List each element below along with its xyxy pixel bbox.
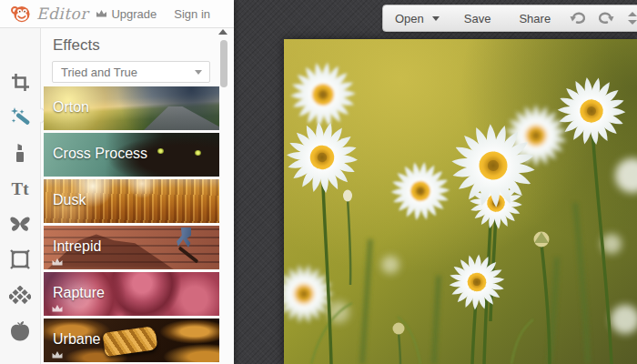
effect-label: Cross Process xyxy=(53,146,147,162)
upgrade-label: Upgrade xyxy=(111,7,157,21)
scroll-up-arrow[interactable] xyxy=(218,29,228,35)
thumb-art xyxy=(102,327,157,358)
canvas-toolbar: Open Save Share xyxy=(382,5,637,32)
crown-icon xyxy=(96,9,107,18)
sidebar-item-frames[interactable] xyxy=(9,249,31,269)
sidebar-item-touchup[interactable] xyxy=(9,143,31,163)
effects-category-dropdown[interactable]: Tried and True xyxy=(52,61,210,83)
daisy-photo-illustration xyxy=(284,39,637,364)
sidebar-item-crop[interactable] xyxy=(9,72,31,92)
effects-panel: Effects Tried and True Orton Cross Proce… xyxy=(42,28,234,364)
sidebar-item-text[interactable]: Tt xyxy=(9,178,31,198)
effect-item-intrepid[interactable]: Intrepid xyxy=(44,226,219,269)
effect-label: Intrepid xyxy=(53,238,101,255)
sidebar-item-effects[interactable] xyxy=(9,107,31,127)
app-logo[interactable]: Editor xyxy=(10,4,88,25)
effect-label: Rapture xyxy=(53,285,105,301)
effect-item-rapture[interactable]: Rapture xyxy=(44,272,219,316)
redo-icon[interactable] xyxy=(597,11,615,25)
thumb-art xyxy=(195,150,201,156)
effect-item-orton[interactable]: Orton xyxy=(44,86,219,130)
premium-crown-icon xyxy=(51,258,64,267)
brand-title: Editor xyxy=(36,5,88,23)
sidebar-item-textures[interactable] xyxy=(9,285,31,305)
undo-icon[interactable] xyxy=(569,11,587,25)
dropdown-value: Tried and True xyxy=(61,66,195,79)
apple-icon xyxy=(10,320,30,341)
open-button[interactable]: Open xyxy=(395,12,424,25)
tool-sidebar: Tt xyxy=(0,28,41,364)
crop-icon xyxy=(11,73,30,92)
text-icon: Tt xyxy=(12,180,29,197)
lattice-icon xyxy=(9,286,31,304)
collapse-icon[interactable] xyxy=(625,11,637,25)
premium-crown-icon xyxy=(51,304,64,313)
premium-crown-icon xyxy=(51,350,64,359)
sidebar-item-overlays[interactable] xyxy=(9,214,31,234)
save-button[interactable]: Save xyxy=(464,12,491,25)
lipstick-icon xyxy=(15,143,25,163)
thumb-art xyxy=(157,148,164,154)
upgrade-button[interactable]: Upgrade xyxy=(96,7,157,21)
sidebar-item-themes[interactable] xyxy=(9,320,31,340)
monkey-icon xyxy=(10,4,31,25)
signin-button[interactable]: Sign in xyxy=(174,7,210,21)
effect-label: Urbane xyxy=(53,331,100,348)
frame-icon xyxy=(10,249,30,269)
editing-canvas-photo[interactable] xyxy=(284,39,637,364)
effect-item-dusk[interactable]: Dusk xyxy=(44,179,219,223)
effect-item-urbane[interactable]: Urbane xyxy=(44,318,219,362)
magic-wand-icon xyxy=(9,106,31,128)
panel-scrollbar[interactable] xyxy=(220,40,228,87)
dropdown-caret-icon xyxy=(195,70,202,75)
thumb-art xyxy=(177,246,198,263)
left-panel: Editor Upgrade Sign in xyxy=(0,0,234,364)
effect-label: Orton xyxy=(53,99,89,116)
share-button[interactable]: Share xyxy=(519,12,551,25)
open-dropdown-caret-icon[interactable] xyxy=(432,16,440,21)
effects-list: Orton Cross Process Dusk Intrepid xyxy=(44,86,219,364)
panel-title: Effects xyxy=(53,36,100,55)
app-header: Editor Upgrade Sign in xyxy=(0,0,234,28)
thumb-art xyxy=(177,228,191,248)
butterfly-icon xyxy=(9,216,31,232)
effect-label: Dusk xyxy=(53,192,86,208)
effect-item-cross-process[interactable]: Cross Process xyxy=(44,133,219,177)
